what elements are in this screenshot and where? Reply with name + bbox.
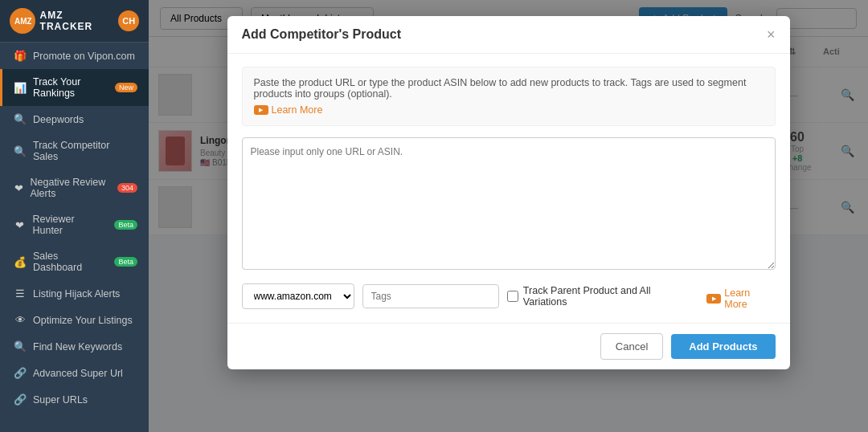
- sidebar-item-label: Deepwords: [33, 114, 84, 125]
- competitor-icon: 🔍: [14, 145, 27, 157]
- link-icon: 🔗: [14, 367, 27, 379]
- sidebar-item-track-rankings[interactable]: 📊 Track Your Rankings New: [0, 69, 149, 106]
- sidebar-header: AMZ AMZ TRACKER CH: [0, 0, 149, 43]
- sidebar-item-find-keywords[interactable]: 🔍 Find New Keywords: [0, 333, 149, 360]
- eye-icon: 👁: [14, 314, 27, 326]
- sidebar-item-advanced-url[interactable]: 🔗 Advanced Super Url: [0, 360, 149, 386]
- sidebar-item-label: Listing Hijack Alerts: [33, 288, 120, 300]
- url-asin-textarea[interactable]: [242, 137, 776, 270]
- track-parent-checkbox[interactable]: [507, 291, 518, 302]
- sidebar-item-deepwords[interactable]: 🔍 Deepwords: [0, 106, 149, 132]
- sidebar-item-label: Track Competitor Sales: [33, 140, 137, 162]
- sidebar: AMZ AMZ TRACKER CH 🎁 Promote on Vipon.co…: [0, 0, 149, 432]
- sidebar-item-label: Super URLs: [33, 394, 88, 406]
- domain-select[interactable]: www.amazon.com: [242, 283, 354, 309]
- sidebar-item-super-urls[interactable]: 🔗 Super URLs: [0, 386, 149, 413]
- sidebar-item-label: Promote on Vipon.com: [33, 51, 135, 62]
- tags-input[interactable]: [362, 284, 500, 308]
- list-icon: ☰: [14, 287, 27, 300]
- sidebar-item-label: Find New Keywords: [33, 341, 122, 353]
- sidebar-item-label: Advanced Super Url: [33, 368, 123, 379]
- sidebar-logo: AMZ AMZ TRACKER: [10, 8, 118, 34]
- modal-info-text: Paste the product URL or type the produc…: [254, 77, 747, 100]
- sidebar-item-promote[interactable]: 🎁 Promote on Vipon.com: [0, 43, 149, 69]
- beta-badge: Beta: [114, 220, 137, 230]
- sidebar-item-label: Reviewer Hunter: [32, 214, 104, 236]
- logo-name: AMZ TRACKER: [40, 10, 119, 32]
- sales-icon: 💰: [14, 256, 27, 268]
- user-avatar[interactable]: CH: [118, 10, 139, 31]
- amz-logo-icon: AMZ: [10, 8, 35, 34]
- modal-options-row: www.amazon.com Track Parent Product and …: [242, 283, 776, 310]
- modal-dialog: Add Competitor's Product × Paste the pro…: [227, 16, 790, 369]
- sidebar-item-label: Optimize Your Listings: [33, 315, 133, 326]
- reviewer-icon: ❤: [14, 219, 26, 231]
- video-icon-2: [706, 294, 721, 304]
- keyword-icon: 🔍: [14, 340, 27, 353]
- chart-icon: 📊: [14, 82, 27, 94]
- modal-close-button[interactable]: ×: [767, 27, 776, 42]
- modal-title: Add Competitor's Product: [242, 27, 401, 42]
- video-icon: [254, 105, 268, 115]
- sidebar-item-label: Track Your Rankings: [33, 76, 105, 99]
- promote-icon: 🎁: [14, 50, 27, 62]
- modal-footer: Cancel Add Products: [227, 323, 790, 369]
- sidebar-item-label: Sales Dashboard: [33, 251, 104, 273]
- logo-text-group: AMZ TRACKER: [40, 10, 119, 32]
- sidebar-item-listing-hijack[interactable]: ☰ Listing Hijack Alerts: [0, 280, 149, 307]
- alert-count-badge: 304: [117, 183, 137, 193]
- super-url-icon: 🔗: [14, 393, 27, 406]
- svg-text:AMZ: AMZ: [14, 17, 31, 26]
- modal-info-box: Paste the product URL or type the produc…: [242, 67, 776, 126]
- deepwords-icon: 🔍: [14, 113, 27, 125]
- learn-more-inline-link[interactable]: Learn More: [706, 287, 775, 310]
- sidebar-item-competitor-sales[interactable]: 🔍 Track Competitor Sales: [0, 132, 149, 169]
- modal-overlay: Add Competitor's Product × Paste the pro…: [149, 0, 868, 432]
- add-products-button[interactable]: Add Products: [671, 334, 775, 359]
- cancel-button[interactable]: Cancel: [600, 333, 663, 360]
- main-content: All Products Monthly graph history ★ Add…: [149, 0, 868, 432]
- sidebar-item-label: Negative Review Alerts: [31, 177, 111, 199]
- sidebar-item-negative-reviews[interactable]: ❤ Negative Review Alerts 304: [0, 169, 149, 206]
- sidebar-item-optimize[interactable]: 👁 Optimize Your Listings: [0, 307, 149, 333]
- beta-badge-2: Beta: [114, 257, 137, 267]
- modal-header: Add Competitor's Product ×: [227, 16, 790, 54]
- sidebar-item-sales-dashboard[interactable]: 💰 Sales Dashboard Beta: [0, 243, 149, 280]
- modal-body: Paste the product URL or type the produc…: [227, 54, 790, 323]
- heart-icon: ❤: [14, 182, 24, 194]
- learn-more-link[interactable]: Learn More: [254, 104, 323, 116]
- new-badge: New: [115, 83, 137, 92]
- track-parent-label[interactable]: Track Parent Product and All Variations: [507, 285, 695, 308]
- sidebar-item-reviewer-hunter[interactable]: ❤ Reviewer Hunter Beta: [0, 206, 149, 243]
